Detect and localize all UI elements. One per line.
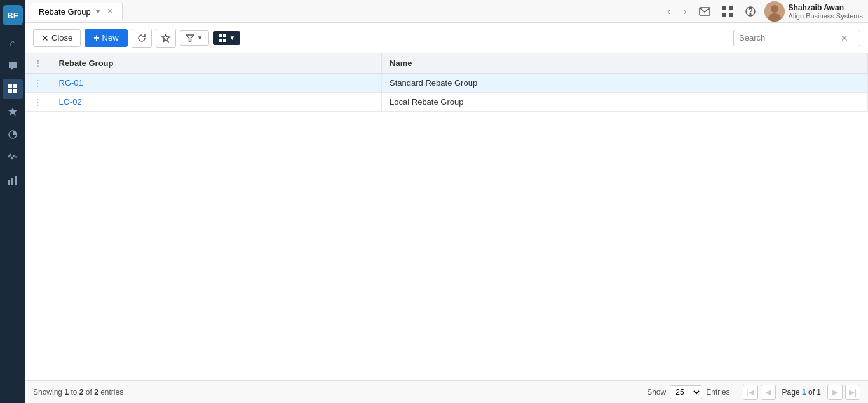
close-button[interactable]: ✕ Close: [33, 29, 81, 47]
svg-rect-21: [219, 34, 222, 37]
svg-rect-23: [219, 39, 222, 42]
search-clear-icon[interactable]: ✕: [841, 33, 848, 43]
search-box[interactable]: ✕: [733, 30, 860, 46]
svg-rect-0: [8, 84, 12, 88]
footer-showing: Showing 1 to 2 of 2 entries: [33, 388, 644, 397]
pagination: |◀ ◀ Page 1 of 1 ▶ ▶|: [743, 385, 860, 400]
svg-rect-11: [729, 6, 733, 10]
footer-from: 1: [64, 388, 69, 397]
sidebar-item-chat[interactable]: [3, 56, 23, 76]
tab-dropdown-icon[interactable]: ▼: [95, 8, 102, 15]
svg-point-15: [750, 13, 751, 15]
col-name-label: Name: [390, 58, 412, 68]
entries-label: Entries: [706, 388, 729, 397]
drag-col-icon: ⋮: [34, 58, 42, 68]
svg-rect-2: [8, 89, 12, 93]
show-label: Show: [647, 388, 666, 397]
total-pages: 1: [817, 388, 821, 397]
svg-point-17: [771, 5, 778, 13]
row-drag: ⋮: [25, 74, 51, 93]
rebate-group-table: ⋮ Rebate Group Name ⋮ RG-01 Standard Reb…: [25, 53, 868, 112]
tab-label: Rebate Group: [39, 7, 91, 17]
page-info: Page 1 of 1: [782, 388, 821, 397]
sidebar-item-dashboard[interactable]: [3, 170, 23, 190]
svg-marker-19: [162, 34, 170, 42]
user-name: Shahzaib Awan: [789, 3, 863, 12]
refresh-button[interactable]: [132, 29, 152, 48]
entries-text: entries: [100, 388, 123, 397]
content-area: ⋮ Rebate Group Name ⋮ RG-01 Standard Reb…: [25, 53, 868, 380]
favorite-button[interactable]: [156, 29, 176, 48]
per-page-select[interactable]: 25 10 50 100: [670, 385, 702, 399]
tab-close-icon[interactable]: ✕: [105, 7, 114, 16]
row-rebate-group[interactable]: LO-02: [51, 93, 382, 112]
sidebar: BF ⌂: [0, 0, 25, 403]
footer: Showing 1 to 2 of 2 entries Show 25 10 5…: [25, 380, 868, 403]
svg-marker-4: [8, 107, 17, 116]
col-rebate-group[interactable]: Rebate Group: [51, 53, 382, 74]
svg-rect-6: [8, 180, 10, 185]
first-page-button[interactable]: |◀: [743, 385, 758, 400]
row-name: Standard Rebate Group: [382, 74, 868, 93]
tab-rebate-group[interactable]: Rebate Group ▼ ✕: [31, 3, 123, 20]
svg-rect-13: [729, 13, 733, 17]
user-company: Align Business Systems: [789, 12, 863, 20]
current-page: 1: [802, 388, 806, 397]
user-avatar: [764, 1, 785, 22]
col-rebate-group-label: Rebate Group: [59, 58, 114, 68]
svg-rect-1: [13, 84, 17, 88]
help-icon[interactable]: [742, 3, 759, 20]
table-body: ⋮ RG-01 Standard Rebate Group ⋮ LO-02 Lo…: [25, 74, 868, 112]
plus-icon: +: [93, 32, 99, 44]
svg-rect-7: [11, 178, 13, 185]
col-name[interactable]: Name: [382, 53, 868, 74]
table-header-row: ⋮ Rebate Group Name: [25, 53, 868, 74]
user-profile[interactable]: Shahzaib Awan Align Business Systems: [764, 1, 863, 22]
svg-rect-24: [223, 39, 226, 42]
footer-to: 2: [79, 388, 84, 397]
rebate-group-link[interactable]: RG-01: [59, 78, 83, 88]
svg-rect-10: [722, 6, 726, 10]
filter-dropdown-icon: ▼: [197, 34, 203, 41]
new-label: New: [102, 33, 119, 43]
table-row[interactable]: ⋮ LO-02 Local Rebate Group: [25, 93, 868, 112]
rebate-group-link[interactable]: LO-02: [59, 97, 82, 107]
row-name: Local Rebate Group: [382, 93, 868, 112]
topbar-actions: ‹ › Shahzaib Awan Align Business Systems: [663, 1, 863, 22]
sidebar-item-reports[interactable]: [3, 124, 23, 145]
showing-label: Showing: [33, 388, 62, 397]
nav-back-icon[interactable]: ‹: [663, 4, 674, 18]
filter-button[interactable]: ▼: [180, 30, 209, 46]
row-drag: ⋮: [25, 93, 51, 112]
svg-rect-8: [15, 176, 17, 185]
grid-icon[interactable]: [719, 3, 736, 20]
svg-marker-20: [186, 35, 194, 41]
sidebar-item-activity[interactable]: [3, 147, 23, 168]
sidebar-item-home[interactable]: ⌂: [3, 33, 23, 53]
search-input[interactable]: [739, 33, 841, 43]
mail-icon[interactable]: [696, 3, 714, 20]
last-page-button[interactable]: ▶|: [845, 385, 860, 400]
topbar: Rebate Group ▼ ✕ ‹ › Shahzaib Awan: [25, 0, 868, 23]
footer-show: Show 25 10 50 100 Entries: [647, 385, 729, 399]
table-row[interactable]: ⋮ RG-01 Standard Rebate Group: [25, 74, 868, 93]
nav-forward-icon[interactable]: ›: [679, 4, 690, 18]
close-label: Close: [51, 33, 72, 43]
of-label: of: [86, 388, 94, 397]
sidebar-item-apps[interactable]: [3, 79, 23, 99]
sidebar-logo: BF: [3, 5, 23, 25]
view-dropdown-icon: ▼: [229, 34, 236, 41]
sidebar-item-favorites[interactable]: [3, 102, 23, 122]
row-rebate-group[interactable]: RG-01: [51, 74, 382, 93]
toolbar: ✕ Close + New ▼ ▼ ✕: [25, 23, 868, 53]
col-drag: ⋮: [25, 53, 51, 74]
svg-rect-3: [13, 89, 17, 93]
svg-rect-12: [722, 13, 726, 17]
new-button[interactable]: + New: [85, 29, 127, 47]
footer-total: 2: [94, 388, 98, 397]
view-button[interactable]: ▼: [213, 31, 241, 45]
main-area: Rebate Group ▼ ✕ ‹ › Shahzaib Awan: [25, 0, 868, 403]
next-page-button[interactable]: ▶: [827, 385, 843, 400]
prev-page-button[interactable]: ◀: [761, 385, 776, 400]
svg-rect-22: [223, 34, 226, 37]
